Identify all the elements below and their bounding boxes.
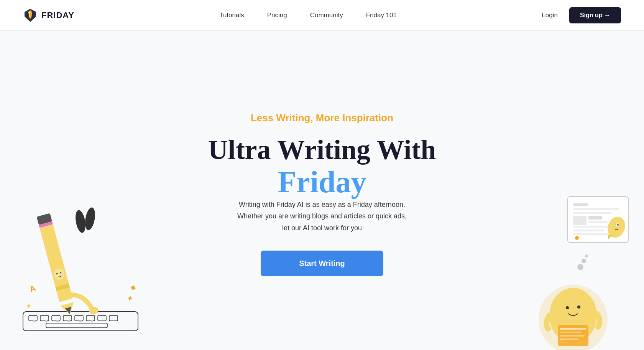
svg-point-53 bbox=[582, 259, 586, 263]
svg-point-58 bbox=[577, 305, 580, 309]
svg-rect-6 bbox=[29, 315, 37, 321]
svg-rect-61 bbox=[560, 332, 581, 333]
start-writing-button[interactable]: Start Writing bbox=[261, 251, 383, 276]
svg-rect-46 bbox=[573, 233, 611, 235]
logo-icon bbox=[23, 8, 38, 23]
svg-rect-8 bbox=[52, 315, 60, 321]
svg-rect-39 bbox=[573, 208, 619, 210]
svg-rect-41 bbox=[573, 216, 586, 225]
hero-title: Ultra Writing With Friday bbox=[208, 135, 436, 199]
svg-point-47 bbox=[575, 236, 579, 240]
nav-pricing[interactable]: Pricing bbox=[267, 12, 287, 19]
svg-rect-14 bbox=[46, 323, 107, 328]
svg-point-54 bbox=[577, 264, 583, 270]
svg-rect-60 bbox=[560, 328, 586, 330]
illustration-left: A ✦ ◆ ◆ bbox=[8, 181, 153, 342]
svg-rect-11 bbox=[86, 315, 95, 321]
hero-tagline: Less Writing, More Inspiration bbox=[208, 112, 436, 124]
svg-point-57 bbox=[566, 306, 569, 309]
login-link[interactable]: Login bbox=[542, 12, 558, 19]
svg-rect-7 bbox=[40, 315, 49, 321]
hero-description: Writing with Friday AI is as easy as a F… bbox=[208, 199, 436, 234]
svg-rect-40 bbox=[573, 212, 611, 214]
svg-rect-63 bbox=[560, 338, 579, 340]
nav-actions: Login Sign up → bbox=[542, 7, 621, 23]
hero-content: Less Writing, More Inspiration Ultra Wri… bbox=[208, 112, 436, 277]
svg-point-50 bbox=[617, 224, 619, 226]
svg-point-16 bbox=[45, 320, 47, 322]
svg-rect-23 bbox=[39, 224, 73, 302]
svg-point-17 bbox=[56, 320, 59, 322]
signup-button[interactable]: Sign up → bbox=[569, 7, 621, 23]
svg-rect-9 bbox=[63, 315, 72, 321]
nav-tutorials[interactable]: Tutorials bbox=[219, 12, 244, 19]
nav-friday101[interactable]: Friday 101 bbox=[366, 12, 397, 19]
hero-title-line1: Ultra Writing With bbox=[208, 134, 436, 165]
svg-rect-12 bbox=[98, 315, 106, 321]
svg-rect-13 bbox=[109, 315, 118, 321]
svg-rect-10 bbox=[75, 315, 83, 321]
nav-links: Tutorials Pricing Community Friday 101 bbox=[219, 12, 397, 19]
svg-point-52 bbox=[585, 254, 588, 258]
svg-rect-62 bbox=[560, 335, 585, 337]
logo[interactable]: FRIDAY bbox=[23, 8, 74, 23]
hero-section: A ✦ ◆ ◆ Less Writing, More Inspiration U… bbox=[0, 31, 644, 350]
illustration-right bbox=[514, 189, 636, 350]
svg-point-20 bbox=[91, 320, 93, 322]
svg-point-18 bbox=[68, 320, 70, 322]
hero-title-line2: Friday bbox=[278, 165, 366, 199]
navbar: FRIDAY Tutorials Pricing Community Frida… bbox=[0, 0, 644, 31]
svg-text:◆: ◆ bbox=[26, 302, 32, 309]
svg-point-15 bbox=[33, 320, 36, 322]
logo-text: FRIDAY bbox=[41, 10, 74, 20]
svg-text:✦: ✦ bbox=[126, 294, 134, 303]
svg-rect-45 bbox=[573, 229, 604, 231]
svg-text:A: A bbox=[28, 283, 37, 294]
svg-rect-38 bbox=[573, 203, 588, 206]
svg-rect-43 bbox=[588, 221, 608, 223]
nav-community[interactable]: Community bbox=[310, 12, 343, 19]
svg-text:◆: ◆ bbox=[130, 284, 137, 292]
svg-point-32 bbox=[84, 206, 97, 231]
svg-rect-42 bbox=[588, 216, 602, 220]
svg-point-31 bbox=[74, 209, 87, 233]
svg-point-19 bbox=[79, 320, 82, 322]
